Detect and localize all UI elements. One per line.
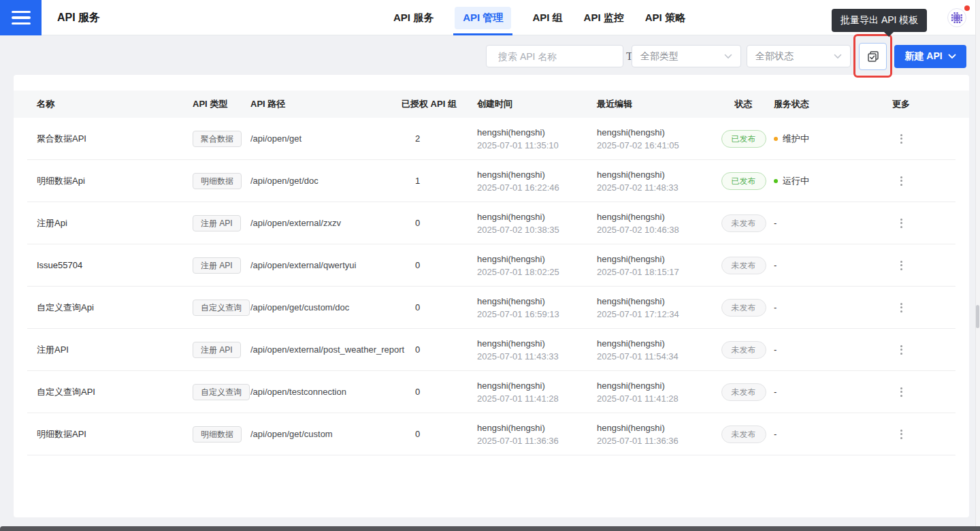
api-type-badge: 注册 API	[193, 342, 241, 358]
api-name: 自定义查询API	[37, 386, 193, 398]
api-name: 明细数据API	[37, 428, 193, 440]
column-header-service-status: 服务状态	[774, 98, 844, 110]
brand-logo-icon	[951, 12, 963, 24]
tab-api-group[interactable]: API 组	[531, 0, 564, 35]
created-at: 2025-07-01 11:36:36	[477, 434, 597, 447]
table-row[interactable]: 自定义查询Api 自定义查询 /api/open/get/custom/doc …	[27, 287, 956, 329]
more-actions-icon[interactable]	[898, 131, 905, 146]
filter-bar: TT 全部类型 全部状态 新建 API	[0, 35, 980, 75]
authorized-group-count: 0	[406, 344, 477, 355]
status-badge: 未发布	[721, 341, 766, 359]
edited-cell: hengshi(hengshi) 2025-07-01 11:41:28	[597, 379, 713, 405]
column-header-more: 更多	[844, 98, 946, 110]
more-actions-icon[interactable]	[898, 427, 905, 442]
edited-at: 2025-07-02 11:48:33	[597, 181, 713, 194]
created-by: hengshi(hengshi)	[477, 379, 597, 392]
api-type-badge: 聚合数据	[193, 131, 242, 147]
chevron-down-icon	[834, 54, 842, 59]
table-row[interactable]: 注册API 注册 API /api/open/external/post_wea…	[27, 329, 956, 371]
more-actions-icon[interactable]	[898, 174, 905, 189]
more-actions-icon[interactable]	[898, 216, 905, 231]
edited-at: 2025-07-01 17:12:34	[597, 308, 713, 321]
search-box[interactable]: TT	[486, 45, 623, 67]
created-by: hengshi(hengshi)	[477, 253, 597, 266]
column-header-path: API 路径	[250, 98, 406, 110]
tab-api-management[interactable]: API 管理	[453, 0, 512, 35]
column-header-groups: 已授权 API 组	[402, 98, 477, 110]
table-row[interactable]: 明细数据Api 明细数据 /api/open/get/doc 1 hengshi…	[27, 160, 956, 202]
hamburger-menu-button[interactable]	[0, 0, 42, 35]
column-header-status: 状态	[713, 98, 774, 110]
user-avatar[interactable]	[947, 8, 966, 27]
tab-api-service[interactable]: API 服务	[392, 0, 435, 35]
batch-export-button[interactable]	[859, 43, 887, 70]
table-row[interactable]: 聚合数据API 聚合数据 /api/open/get 2 hengshi(hen…	[27, 118, 956, 160]
more-actions-icon[interactable]	[898, 342, 905, 357]
api-name: 注册API	[37, 344, 193, 356]
edited-at: 2025-07-02 16:41:05	[597, 139, 713, 152]
api-type-badge: 自定义查询	[193, 300, 250, 316]
api-path: /api/open/get/doc	[250, 176, 406, 186]
edited-by: hengshi(hengshi)	[597, 337, 713, 350]
edited-cell: hengshi(hengshi) 2025-07-01 11:36:36	[597, 421, 713, 447]
edited-cell: hengshi(hengshi) 2025-07-01 18:15:17	[597, 253, 713, 278]
vertical-scrollbar-thumb[interactable]	[976, 305, 979, 328]
created-cell: hengshi(hengshi) 2025-07-01 11:41:28	[477, 379, 597, 405]
edited-by: hengshi(hengshi)	[597, 253, 713, 266]
status-filter-select[interactable]: 全部状态	[747, 45, 851, 67]
created-at: 2025-07-01 16:59:13	[477, 308, 597, 321]
authorized-group-count: 0	[406, 218, 477, 228]
tab-api-monitor[interactable]: API 监控	[583, 0, 625, 35]
horizontal-scrollbar[interactable]	[0, 526, 980, 531]
chevron-down-icon	[948, 54, 956, 59]
api-name: 聚合数据API	[37, 133, 193, 145]
authorized-group-count: 1	[406, 176, 477, 186]
created-by: hengshi(hengshi)	[477, 337, 597, 350]
api-type-badge: 自定义查询	[193, 384, 250, 400]
more-actions-icon[interactable]	[898, 300, 905, 315]
service-status-label: -	[774, 429, 777, 439]
nav-tabs: API 服务 API 管理 API 组 API 监控 API 策略	[392, 0, 687, 35]
table-body: 聚合数据API 聚合数据 /api/open/get 2 hengshi(hen…	[27, 118, 956, 455]
more-actions-icon[interactable]	[898, 258, 905, 273]
table-row[interactable]: 自定义查询API 自定义查询 /api/open/testconnection …	[27, 371, 956, 413]
notification-dot	[964, 5, 970, 11]
service-status-dot	[774, 137, 778, 141]
edited-at: 2025-07-01 11:54:34	[597, 350, 713, 363]
new-api-button[interactable]: 新建 API	[894, 45, 966, 68]
created-at: 2025-07-01 18:02:25	[477, 266, 597, 278]
more-actions-icon[interactable]	[898, 385, 905, 400]
created-cell: hengshi(hengshi) 2025-07-01 16:22:46	[477, 168, 597, 194]
table-row[interactable]: Issue55704 注册 API /api/open/external/qwe…	[27, 244, 956, 287]
api-path: /api/open/testconnection	[250, 387, 406, 397]
batch-export-check-icon	[866, 50, 880, 63]
column-header-type: API 类型	[193, 98, 250, 110]
created-cell: hengshi(hengshi) 2025-07-01 16:59:13	[477, 295, 597, 321]
status-badge: 未发布	[721, 425, 766, 443]
edited-at: 2025-07-01 18:15:17	[597, 266, 713, 278]
api-path: /api/open/get	[250, 133, 406, 144]
service-status-label: -	[774, 218, 777, 228]
edited-at: 2025-07-02 10:46:38	[597, 223, 713, 236]
tab-api-policy[interactable]: API 策略	[644, 0, 687, 35]
edited-at: 2025-07-01 11:36:36	[597, 434, 713, 447]
hamburger-icon	[12, 11, 31, 25]
chevron-down-icon	[724, 54, 732, 59]
created-at: 2025-07-01 11:41:28	[477, 392, 597, 405]
vertical-scrollbar[interactable]	[975, 0, 980, 531]
table-row[interactable]: 明细数据API 明细数据 /api/open/get/custom 0 heng…	[27, 413, 956, 455]
created-cell: hengshi(hengshi) 2025-07-02 10:38:35	[477, 210, 597, 236]
authorized-group-count: 0	[406, 429, 477, 439]
service-status-dot	[774, 179, 778, 183]
created-cell: hengshi(hengshi) 2025-07-01 11:36:36	[477, 421, 597, 447]
created-by: hengshi(hengshi)	[477, 295, 597, 308]
type-filter-select[interactable]: 全部类型	[632, 45, 741, 67]
search-input[interactable]	[498, 51, 621, 62]
edited-by: hengshi(hengshi)	[597, 168, 713, 181]
tooltip-batch-export: 批量导出 API 模板	[832, 9, 927, 32]
service-status-label: -	[774, 302, 777, 312]
table-row[interactable]: 注册Api 注册 API /api/open/external/zxzv 0 h…	[27, 202, 956, 244]
created-by: hengshi(hengshi)	[477, 421, 597, 434]
api-path: /api/open/external/zxzv	[250, 218, 406, 228]
api-name: Issue55704	[37, 260, 193, 270]
